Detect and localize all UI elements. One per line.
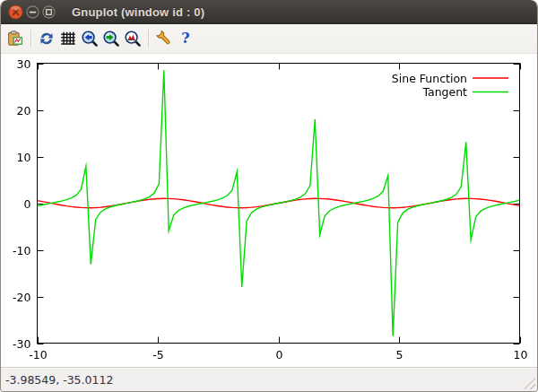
toggle-grid-button[interactable] xyxy=(57,27,79,50)
refresh-icon xyxy=(38,30,56,48)
minimize-icon xyxy=(26,5,39,19)
magnifier-plot-icon xyxy=(124,30,142,48)
toolbar-separator xyxy=(30,30,31,48)
maximize-button[interactable] xyxy=(42,5,56,19)
magnifier-left-arrow-icon xyxy=(81,30,99,48)
coordinate-readout: -3.98549, -35.0112 xyxy=(1,373,113,387)
zoom-next-button[interactable] xyxy=(100,27,122,50)
help-button[interactable]: ? xyxy=(175,27,196,50)
window-title: Gnuplot (window id : 0) xyxy=(72,5,204,19)
clipboard-plot-icon xyxy=(6,30,24,48)
replot-button[interactable] xyxy=(36,27,57,50)
zoom-previous-button[interactable] xyxy=(79,27,100,50)
grid-icon xyxy=(59,30,77,48)
svg-text:?: ? xyxy=(181,30,189,47)
minimize-button[interactable] xyxy=(26,5,39,19)
magnifier-right-arrow-icon xyxy=(102,30,120,48)
titlebar[interactable]: Gnuplot (window id : 0) xyxy=(1,0,537,24)
settings-button[interactable] xyxy=(153,27,175,50)
question-mark-icon: ? xyxy=(177,30,195,48)
gnuplot-window: Gnuplot (window id : 0) xyxy=(0,0,538,392)
plot-area xyxy=(1,54,537,367)
wrench-icon xyxy=(155,30,173,48)
close-icon xyxy=(8,4,23,20)
maximize-icon xyxy=(42,5,56,19)
apply-zoom-region-button[interactable] xyxy=(122,27,143,50)
resize-grip[interactable] xyxy=(524,378,535,389)
toolbar-separator xyxy=(148,30,149,48)
copy-to-clipboard-button[interactable] xyxy=(4,27,26,50)
statusbar: -3.98549, -35.0112 xyxy=(1,367,537,391)
plot-canvas[interactable] xyxy=(1,54,537,367)
close-button[interactable] xyxy=(8,4,23,20)
toolbar: ? xyxy=(1,24,537,54)
